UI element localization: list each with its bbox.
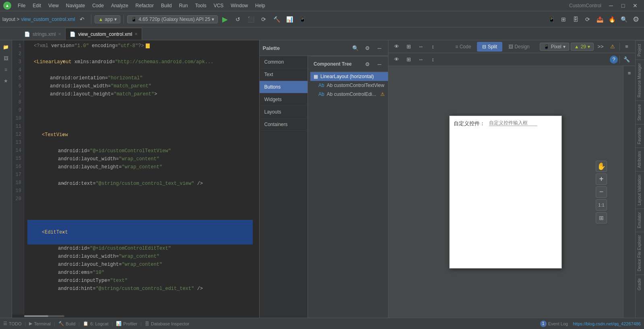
- design-eye-button[interactable]: 👁: [392, 41, 402, 52]
- todo-button[interactable]: ☰ TODO: [3, 321, 22, 326]
- attributes-button[interactable]: ≡: [621, 41, 632, 52]
- widget-button[interactable]: B Button: [308, 56, 311, 69]
- database-inspector-button[interactable]: 🗄 Database Inspector: [145, 321, 189, 326]
- db-button[interactable]: 🗄: [570, 14, 581, 25]
- blueprint-button[interactable]: ⊞: [404, 54, 414, 65]
- project-vert-label[interactable]: Project: [636, 40, 644, 60]
- resource-manager-button[interactable]: 🖼: [1, 53, 11, 64]
- design-view-tab[interactable]: 🖼 Design: [503, 42, 535, 52]
- maximize-button[interactable]: □: [617, 0, 629, 11]
- menu-analyze[interactable]: Analyze: [108, 2, 132, 9]
- widget-chipgroup[interactable]: ⬡ ChipGroup: [308, 83, 311, 96]
- palette-settings-button[interactable]: ⚙: [362, 43, 373, 53]
- favorites-vert-label[interactable]: Favorites: [636, 124, 644, 147]
- menu-window[interactable]: Window: [227, 2, 251, 9]
- widget-radiobutton[interactable]: ● RadioB...: [308, 136, 311, 149]
- pixel-dropdown[interactable]: 📱 Pixel ▾: [540, 43, 569, 51]
- editor-scrollbar[interactable]: [256, 40, 259, 315]
- palette-search-button[interactable]: 🔍: [350, 43, 361, 53]
- zoom-fit-button[interactable]: 1:1: [596, 199, 607, 211]
- more-button[interactable]: >>: [595, 41, 606, 52]
- menu-code[interactable]: Code: [89, 2, 107, 9]
- widget-radiogroup[interactable]: ● RadioG...: [308, 122, 311, 136]
- widget-toggle[interactable]: ⊙ Toggle...: [308, 149, 311, 162]
- menu-view[interactable]: View: [45, 2, 62, 9]
- close-button[interactable]: ✕: [630, 0, 641, 11]
- project-button[interactable]: 📁: [1, 42, 11, 52]
- refactor-button[interactable]: ⟳: [582, 14, 593, 25]
- code-content[interactable]: <?xml version="1.0" encoding="utf-8"?> ▼…: [24, 40, 256, 315]
- api-dropdown[interactable]: ▲ 29 ▾: [571, 43, 594, 51]
- stop-button[interactable]: ⬛: [245, 14, 256, 25]
- attributes-vert-label[interactable]: Attributes: [636, 147, 644, 171]
- build-status-button[interactable]: 🔨 Build: [58, 321, 75, 326]
- profiler-button[interactable]: 📊 Profiler: [116, 321, 137, 326]
- menu-help[interactable]: Help: [252, 2, 268, 9]
- menu-refactor[interactable]: Refactor: [132, 2, 157, 9]
- menu-navigate[interactable]: Navigate: [63, 2, 88, 9]
- orientation-button[interactable]: ↔: [416, 54, 426, 65]
- emulator-vert-label[interactable]: Emulator: [636, 209, 644, 232]
- zoom-out-button[interactable]: −: [596, 186, 607, 198]
- tree-settings-button[interactable]: ⚙: [362, 59, 373, 69]
- menu-tools[interactable]: Tools: [192, 2, 210, 9]
- tab-strings-xml[interactable]: 📄 strings.xml ✕: [20, 28, 65, 40]
- split-view-tab[interactable]: ⊟ Split: [477, 42, 502, 52]
- design-resize-button[interactable]: ↔: [416, 41, 426, 52]
- palette-cat-text[interactable]: Text: [260, 68, 308, 81]
- constraint-button[interactable]: 🔧: [621, 54, 632, 65]
- build-button[interactable]: 🔨: [271, 14, 282, 25]
- menu-build[interactable]: Build: [158, 2, 175, 9]
- widget-chip[interactable]: ⬡ Chip: [308, 96, 311, 109]
- render-button[interactable]: 👁: [392, 54, 402, 65]
- zoom-in-button[interactable]: +: [596, 174, 607, 185]
- design-canvas[interactable]: 自定义控件： ✋ + − 1:1 ⊞: [388, 66, 623, 318]
- settings-button[interactable]: ⚙: [630, 14, 642, 25]
- app-dropdown[interactable]: ▲ app ▾: [95, 15, 120, 23]
- attributes-panel-button[interactable]: ≡: [624, 68, 635, 78]
- device-file-vert-label[interactable]: Device File Explorer: [636, 232, 644, 274]
- event-log-area[interactable]: 1 Event Log https://blog.csdn.net/qq_422…: [540, 321, 641, 327]
- logcat-button[interactable]: 📋 6: Logcat: [83, 321, 108, 326]
- layout-validation-vert-label[interactable]: Layout Validation: [636, 171, 644, 209]
- firebase-button[interactable]: 🔥: [606, 14, 617, 25]
- palette-minimize-button[interactable]: ─: [374, 43, 385, 53]
- view-custom-control-close-button[interactable]: ✕: [134, 32, 138, 36]
- tab-view-custom-control[interactable]: 📄 view_custom_control.xml ✕: [65, 28, 142, 40]
- back-button[interactable]: ↶: [76, 14, 88, 25]
- menu-vcs[interactable]: VCS: [211, 2, 227, 9]
- palette-cat-widgets[interactable]: Widgets: [260, 93, 308, 106]
- profile-button[interactable]: 📊: [284, 14, 295, 25]
- help-button[interactable]: ?: [610, 56, 618, 64]
- ui-mode-button[interactable]: ↕: [428, 54, 438, 65]
- palette-cat-layouts[interactable]: Layouts: [260, 106, 308, 118]
- tree-edittext[interactable]: Ab Ab customControlEdi... ⚠: [310, 90, 388, 99]
- deploy-button[interactable]: 📤: [594, 14, 605, 25]
- device-manager-button[interactable]: 📱: [546, 14, 557, 25]
- device-dropdown[interactable]: 📱 4.65 720p (Galaxy Nexus) API 25 ▾: [127, 15, 218, 23]
- tree-minimize-button[interactable]: ─: [374, 59, 385, 69]
- terminal-button[interactable]: ▶ Terminal: [29, 321, 51, 326]
- run-button[interactable]: ▶: [219, 14, 231, 25]
- debug-button[interactable]: ↺: [232, 14, 244, 25]
- palette-cat-common[interactable]: Common: [260, 56, 308, 68]
- structure-button[interactable]: ≡: [1, 64, 11, 75]
- code-view-tab[interactable]: ≡ Code: [450, 42, 476, 52]
- design-align-button[interactable]: ↕: [428, 41, 438, 52]
- breadcrumb-file[interactable]: view_custom_control.xml: [21, 17, 75, 22]
- resource-vert-label[interactable]: Resource Manager: [636, 60, 644, 101]
- warning-button[interactable]: ⚠: [607, 41, 618, 52]
- search-toolbar-button[interactable]: 🔍: [618, 14, 630, 25]
- editor-scroll-area[interactable]: 1 2 3 4 5 6 7 8 9 10 11 12 13 14 15 16 1…: [12, 40, 259, 315]
- widget-imagebutton[interactable]: 🖼 ImageB...: [308, 69, 311, 83]
- widget-checkbox[interactable]: ✓ CheckBox: [308, 109, 311, 122]
- design-grid-button[interactable]: ⊞: [404, 41, 414, 52]
- palette-cat-containers[interactable]: Containers: [260, 118, 308, 131]
- favorites-button[interactable]: ★: [1, 76, 11, 86]
- tree-linearlayout[interactable]: ▦ LinearLayout (horizontal): [310, 72, 388, 81]
- menu-edit[interactable]: Edit: [29, 2, 44, 9]
- zoom-full-button[interactable]: ⊞: [596, 212, 607, 223]
- tree-textview[interactable]: Ab Ab customControlTextView: [310, 81, 388, 90]
- structure-vert-label[interactable]: Structure: [636, 101, 644, 124]
- menu-file[interactable]: File: [14, 2, 29, 9]
